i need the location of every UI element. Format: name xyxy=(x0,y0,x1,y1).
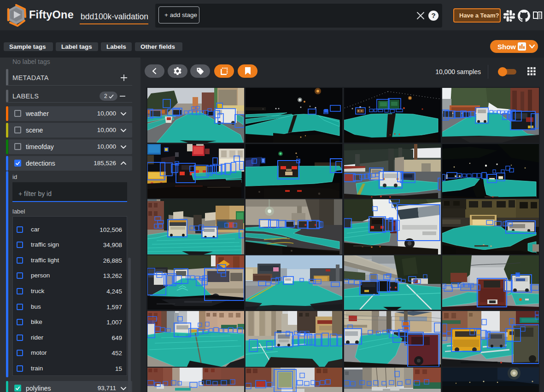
svg-text:?: ? xyxy=(431,12,435,19)
